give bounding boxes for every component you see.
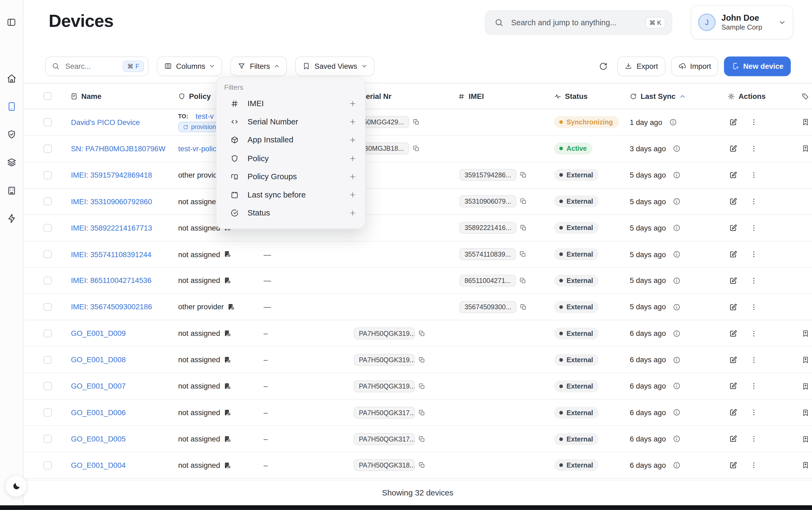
copy-icon[interactable]	[413, 119, 419, 126]
column-header-status[interactable]: Status	[549, 92, 624, 100]
kebab-menu-icon[interactable]	[750, 250, 758, 258]
info-icon[interactable]	[669, 118, 677, 126]
bookmark-plus-icon[interactable]	[802, 435, 809, 443]
edit-icon[interactable]	[729, 408, 737, 417]
bookmark-plus-icon[interactable]	[802, 145, 809, 152]
copy-icon[interactable]	[418, 330, 425, 337]
edit-icon[interactable]	[729, 118, 737, 126]
row-checkbox[interactable]	[43, 118, 52, 126]
add-filter-icon[interactable]	[349, 154, 357, 163]
copy-icon[interactable]	[418, 383, 425, 390]
sidebar-item-compliance[interactable]	[7, 130, 17, 139]
filter-menu-item-serial-number[interactable]: Serial Number	[216, 113, 365, 131]
kebab-menu-icon[interactable]	[750, 461, 758, 470]
row-checkbox[interactable]	[43, 382, 52, 390]
import-button[interactable]: Import	[671, 56, 719, 76]
add-filter-icon[interactable]	[349, 209, 357, 217]
filter-menu-item-app-installed[interactable]: App Installed	[216, 131, 365, 149]
filter-menu-item-last-sync-before[interactable]: Last sync before	[216, 186, 365, 204]
edit-icon[interactable]	[729, 356, 737, 364]
row-checkbox[interactable]	[43, 408, 52, 417]
saved-views-button[interactable]: Saved Views	[295, 56, 374, 76]
edit-icon[interactable]	[729, 435, 737, 443]
add-filter-icon[interactable]	[349, 136, 357, 144]
device-name-link[interactable]: IMEI: 865110042714536	[71, 277, 151, 285]
edit-icon[interactable]	[729, 224, 737, 232]
filter-menu-item-policy[interactable]: Policy	[216, 149, 365, 167]
filter-menu-item-status[interactable]: Status	[216, 204, 365, 222]
column-header-name[interactable]: Name	[66, 92, 174, 100]
kebab-menu-icon[interactable]	[750, 118, 758, 126]
filter-menu-item-imei[interactable]: IMEI	[216, 94, 365, 113]
info-icon[interactable]	[673, 435, 681, 443]
info-icon[interactable]	[673, 356, 681, 364]
bookmark-plus-icon[interactable]	[802, 118, 809, 126]
kebab-menu-icon[interactable]	[750, 171, 758, 179]
copy-icon[interactable]	[520, 304, 527, 310]
bookmark-plus-icon[interactable]	[802, 382, 809, 390]
info-icon[interactable]	[673, 198, 681, 205]
device-name-link[interactable]: GO_E001_D004	[71, 461, 126, 470]
copy-icon[interactable]	[519, 251, 526, 258]
kebab-menu-icon[interactable]	[750, 435, 758, 443]
kebab-menu-icon[interactable]	[750, 330, 758, 338]
row-checkbox[interactable]	[43, 303, 52, 311]
edit-icon[interactable]	[729, 303, 737, 311]
row-checkbox[interactable]	[43, 330, 52, 338]
sidebar-toggle-icon[interactable]	[7, 18, 16, 27]
info-icon[interactable]	[673, 171, 681, 179]
policy-link[interactable]: test-vr-policy	[178, 145, 220, 153]
add-filter-icon[interactable]	[349, 100, 357, 108]
device-name-link[interactable]: David's PICO Device	[71, 118, 140, 126]
sidebar-item-automation[interactable]	[7, 214, 17, 224]
sidebar-item-organization[interactable]	[7, 186, 17, 195]
row-checkbox[interactable]	[43, 171, 52, 179]
table-search-input[interactable]: Searc... ⌘F	[45, 56, 149, 76]
info-icon[interactable]	[673, 461, 681, 470]
row-checkbox[interactable]	[43, 356, 52, 364]
device-name-link[interactable]: IMEI: 356745093002186	[71, 303, 152, 311]
column-header-tags[interactable]	[792, 92, 812, 100]
copy-icon[interactable]	[520, 224, 527, 231]
copy-icon[interactable]	[519, 277, 526, 284]
filter-menu-item-policy-groups[interactable]: Policy Groups	[216, 167, 365, 186]
device-name-link[interactable]: IMEI: 359157942869418	[71, 171, 152, 179]
bookmark-plus-icon[interactable]	[802, 330, 809, 337]
copy-icon[interactable]	[418, 409, 425, 416]
sidebar-item-home[interactable]	[7, 74, 17, 84]
sidebar-item-devices[interactable]	[7, 102, 17, 112]
kebab-menu-icon[interactable]	[750, 303, 758, 311]
info-icon[interactable]	[673, 330, 681, 338]
device-name-link[interactable]: GO_E001_D008	[71, 356, 126, 364]
edit-icon[interactable]	[729, 330, 737, 338]
edit-icon[interactable]	[729, 198, 737, 205]
device-name-link[interactable]: GO_E001_D007	[71, 382, 126, 391]
new-device-button[interactable]: New device	[724, 56, 791, 76]
sidebar-item-policies[interactable]	[7, 158, 17, 167]
bookmark-plus-icon[interactable]	[802, 356, 809, 364]
edit-icon[interactable]	[729, 145, 737, 152]
row-checkbox[interactable]	[43, 277, 52, 285]
kebab-menu-icon[interactable]	[750, 408, 758, 417]
info-icon[interactable]	[673, 382, 681, 390]
copy-icon[interactable]	[418, 356, 425, 363]
edit-icon[interactable]	[729, 171, 737, 179]
device-name-link[interactable]: IMEI: 358922214167713	[71, 224, 152, 232]
row-checkbox[interactable]	[43, 145, 52, 152]
select-all-checkbox[interactable]	[43, 92, 52, 100]
copy-icon[interactable]	[418, 435, 425, 442]
edit-icon[interactable]	[729, 250, 737, 258]
global-search[interactable]: Search and jump to anything... ⌘ K	[485, 10, 672, 35]
row-checkbox[interactable]	[43, 435, 52, 443]
kebab-menu-icon[interactable]	[750, 277, 758, 285]
row-checkbox[interactable]	[43, 250, 52, 258]
columns-button[interactable]: Columns	[157, 56, 222, 76]
device-name-link[interactable]: GO_E001_D005	[71, 435, 126, 443]
filters-button[interactable]: Filters	[231, 56, 287, 76]
edit-icon[interactable]	[729, 277, 737, 285]
info-icon[interactable]	[673, 145, 681, 152]
column-header-last-sync[interactable]: Last Sync	[624, 92, 722, 100]
row-checkbox[interactable]	[43, 198, 52, 205]
info-icon[interactable]	[673, 277, 681, 285]
device-name-link[interactable]: GO_E001_D009	[71, 329, 126, 338]
